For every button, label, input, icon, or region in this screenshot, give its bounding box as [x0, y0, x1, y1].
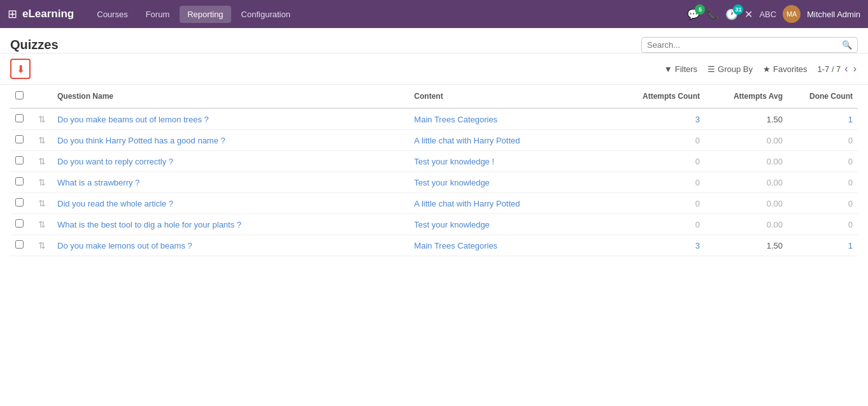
row-attempts-count: 0 — [622, 214, 705, 235]
group-by-button[interactable]: ☰ Group By — [708, 64, 753, 74]
row-checkbox-cell — [10, 151, 33, 172]
row-content: Test your knowledge ! — [409, 151, 622, 172]
content-link[interactable]: Main Trees Categories — [414, 241, 497, 250]
row-drag-handle[interactable]: ⇅ — [33, 130, 52, 151]
row-attempts-count: 0 — [622, 130, 705, 151]
chat-badge: 5 — [695, 4, 705, 15]
nav-courses[interactable]: Courses — [89, 6, 135, 23]
page-header: Quizzes 🔍 — [0, 28, 868, 54]
row-attempts-count: 0 — [622, 172, 705, 193]
username-label: Mitchell Admin — [807, 10, 860, 19]
download-icon: ⬇ — [17, 63, 25, 75]
row-checkbox[interactable] — [15, 177, 24, 185]
question-link[interactable]: Do you think Harry Potted has a good nam… — [57, 136, 225, 145]
search-icon: 🔍 — [842, 40, 852, 50]
nav-forum[interactable]: Forum — [138, 6, 178, 23]
prev-page-button[interactable]: ‹ — [843, 63, 849, 75]
download-button[interactable]: ⬇ — [10, 59, 31, 79]
next-page-button[interactable]: › — [852, 63, 858, 75]
row-question-name: Do you want to reply correctly ? — [52, 151, 409, 172]
nav-reporting[interactable]: Reporting — [180, 6, 231, 23]
abc-label: ABC — [759, 10, 776, 19]
row-attempts-avg: 0.00 — [705, 151, 788, 172]
header-attempts-count: Attempts Count — [622, 85, 705, 108]
page: Quizzes 🔍 ⬇ ▼ Filters ☰ Group By ★ Favor… — [0, 28, 868, 406]
filters-button[interactable]: ▼ Filters — [664, 64, 697, 74]
row-drag-handle[interactable]: ⇅ — [33, 214, 52, 235]
close-icon[interactable]: ✕ — [744, 8, 753, 20]
grid-icon[interactable]: ⊞ — [8, 7, 17, 21]
pagination-text: 1-7 / 7 — [817, 64, 841, 74]
question-link[interactable]: Did you read the whole article ? — [57, 199, 173, 208]
row-checkbox[interactable] — [15, 198, 24, 207]
row-question-name: Do you make beams out of lemon trees ? — [52, 108, 409, 130]
row-drag-handle[interactable]: ⇅ — [33, 172, 52, 193]
table-row: ⇅ What is a strawberry ? Test your knowl… — [10, 172, 858, 193]
row-question-name: What is a strawberry ? — [52, 172, 409, 193]
content-link[interactable]: A little chat with Harry Potted — [414, 199, 520, 208]
toolbar-left: ⬇ — [10, 59, 31, 79]
row-checkbox[interactable] — [15, 114, 24, 122]
row-attempts-avg: 1.50 — [705, 108, 788, 130]
header-check — [10, 85, 33, 108]
content-link[interactable]: Test your knowledge — [414, 178, 490, 187]
main-nav: Courses Forum Reporting Configuration — [89, 6, 687, 23]
row-question-name: What is the best tool to dig a hole for … — [52, 214, 409, 235]
row-question-name: Do you think Harry Potted has a good nam… — [52, 130, 409, 151]
header-question-name: Question Name — [52, 85, 409, 108]
row-done-count: 0 — [788, 151, 858, 172]
phone-icon[interactable]: 📞 — [706, 8, 719, 20]
toolbar-right: ▼ Filters ☰ Group By ★ Favorites 1-7 / 7… — [664, 63, 858, 75]
row-checkbox[interactable] — [15, 219, 24, 228]
content-link[interactable]: Test your knowledge — [414, 220, 490, 229]
row-drag-handle[interactable]: ⇅ — [33, 235, 52, 256]
table-header: Question Name Content Attempts Count Att… — [10, 85, 858, 108]
search-input[interactable] — [647, 40, 842, 50]
question-link[interactable]: Do you make lemons out of beams ? — [57, 241, 192, 250]
table-row: ⇅ Do you want to reply correctly ? Test … — [10, 151, 858, 172]
content-link[interactable]: Main Trees Categories — [414, 115, 497, 124]
star-icon: ★ — [763, 64, 771, 74]
search-bar: 🔍 — [641, 37, 858, 53]
nav-configuration[interactable]: Configuration — [234, 6, 298, 23]
question-link[interactable]: Do you make beams out of lemon trees ? — [57, 115, 209, 124]
row-done-count: 0 — [788, 172, 858, 193]
question-link[interactable]: What is a strawberry ? — [57, 178, 139, 187]
chat-icon[interactable]: 💬 5 — [687, 8, 700, 20]
table-row: ⇅ What is the best tool to dig a hole fo… — [10, 214, 858, 235]
row-content: Main Trees Categories — [409, 108, 622, 130]
row-drag-handle[interactable]: ⇅ — [33, 193, 52, 214]
row-drag-handle[interactable]: ⇅ — [33, 108, 52, 130]
content-link[interactable]: Test your knowledge ! — [414, 157, 494, 166]
row-question-name: Did you read the whole article ? — [52, 193, 409, 214]
question-link[interactable]: What is the best tool to dig a hole for … — [57, 220, 241, 229]
row-attempts-avg: 1.50 — [705, 235, 788, 256]
row-attempts-avg: 0.00 — [705, 172, 788, 193]
row-attempts-avg: 0.00 — [705, 193, 788, 214]
row-content: Main Trees Categories — [409, 235, 622, 256]
question-link[interactable]: Do you want to reply correctly ? — [57, 157, 173, 166]
row-attempts-count: 3 — [622, 235, 705, 256]
table-container: Question Name Content Attempts Count Att… — [0, 85, 868, 256]
filter-icon: ▼ — [664, 64, 672, 74]
row-attempts-avg: 0.00 — [705, 130, 788, 151]
row-checkbox-cell — [10, 172, 33, 193]
pagination: 1-7 / 7 ‹ › — [817, 63, 858, 75]
header-attempts-avg: Attempts Avg — [705, 85, 788, 108]
row-checkbox[interactable] — [15, 135, 24, 143]
row-done-count: 0 — [788, 130, 858, 151]
row-done-count: 0 — [788, 214, 858, 235]
favorites-button[interactable]: ★ Favorites — [763, 64, 807, 74]
timer-icon[interactable]: 🕐 31 — [725, 8, 738, 20]
row-content: Test your knowledge — [409, 214, 622, 235]
row-checkbox-cell — [10, 130, 33, 151]
row-checkbox-cell — [10, 214, 33, 235]
table-row: ⇅ Did you read the whole article ? A lit… — [10, 193, 858, 214]
row-checkbox[interactable] — [15, 156, 24, 164]
toolbar: ⬇ ▼ Filters ☰ Group By ★ Favorites 1-7 /… — [0, 54, 868, 85]
content-link[interactable]: A little chat with Harry Potted — [414, 136, 520, 145]
avatar: MA — [783, 5, 800, 23]
row-checkbox[interactable] — [15, 240, 24, 249]
row-drag-handle[interactable]: ⇅ — [33, 151, 52, 172]
select-all-checkbox[interactable] — [15, 91, 24, 99]
